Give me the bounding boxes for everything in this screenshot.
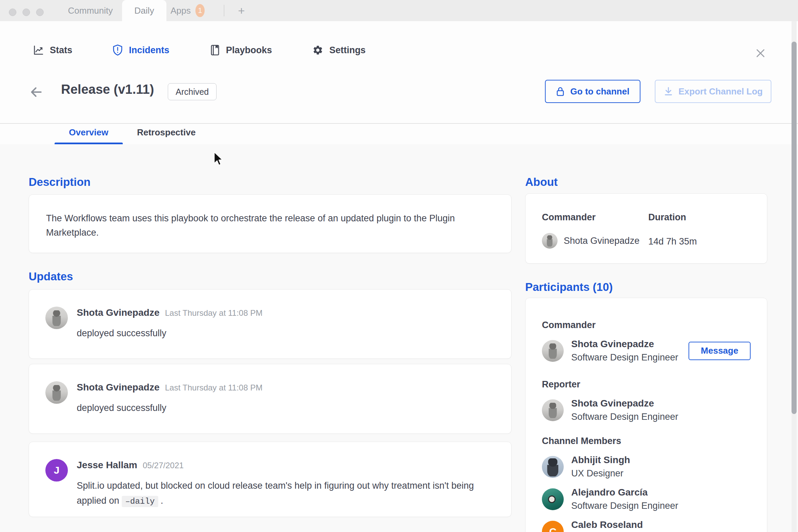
close-icon[interactable] <box>753 46 768 61</box>
commander-label: Commander <box>542 212 648 223</box>
window-close-light[interactable] <box>9 9 16 16</box>
lock-icon <box>556 86 565 97</box>
participant-row: Shota Gvinepadze Software Design Enginee… <box>542 398 751 422</box>
update-message: Split.io updated, but blocked on cloud r… <box>77 478 495 509</box>
update-message-text: . <box>161 496 163 506</box>
avatar: C <box>542 521 564 532</box>
participant-role: Software Design Engineer <box>571 501 751 511</box>
participant-name: Caleb Roseland <box>571 519 751 530</box>
participant-role: UX Designer <box>571 468 751 479</box>
description-heading: Description <box>29 176 91 189</box>
participants-commander-label: Commander <box>542 320 751 330</box>
nav-item-playbooks[interactable]: Playbooks <box>210 44 272 56</box>
channel-members-label: Channel Members <box>542 436 751 446</box>
nav-item-settings[interactable]: Settings <box>312 45 366 56</box>
update-timestamp: Last Thursday at 11:08 PM <box>165 308 263 318</box>
participant-row: Shota Gvinepadze Software Design Enginee… <box>542 339 751 363</box>
update-author: Shota Gvinepadze <box>77 307 160 318</box>
main-nav: Stats Incidents <box>33 44 366 56</box>
nav-playbooks-label: Playbooks <box>226 45 272 56</box>
participant-name: Alejandro García <box>571 487 751 498</box>
window-tab-bar: Community Daily Apps 1 + <box>0 0 798 21</box>
message-button[interactable]: Message <box>689 342 751 360</box>
tab-community[interactable]: Community <box>66 0 114 21</box>
update-message: deployed successfully <box>77 400 263 415</box>
participants-card: Commander Shota Gvinepadze Software Desi… <box>525 298 767 532</box>
nav-settings-label: Settings <box>329 45 366 56</box>
participant-role: Software Design Engineer <box>571 352 681 363</box>
page-title: Release (v1.11) <box>61 82 154 97</box>
status-badge: Archived <box>168 83 217 100</box>
participant-name: Shota Gvinepadze <box>571 398 751 409</box>
participant-name: Abhijit Singh <box>571 455 751 466</box>
avatar <box>542 456 564 478</box>
update-message: deployed successfully <box>77 326 263 341</box>
book-icon <box>210 44 220 56</box>
go-to-channel-button[interactable]: Go to channel <box>545 80 640 103</box>
shield-alert-icon <box>113 44 123 56</box>
description-text: The Workflows team uses this playbook to… <box>46 211 469 240</box>
gear-icon <box>312 45 323 56</box>
avatar <box>542 233 558 249</box>
avatar <box>542 340 564 362</box>
description-card: The Workflows team uses this playbook to… <box>29 194 512 253</box>
overview-content: Description The Workflows team uses this… <box>0 144 798 532</box>
participants-reporter-label: Reporter <box>542 379 751 390</box>
view-tabs: Overview Retrospective <box>55 118 210 144</box>
window-minimize-light[interactable] <box>23 9 30 16</box>
update-author: Shota Gvinepadze <box>77 382 160 393</box>
about-heading: About <box>525 176 558 189</box>
update-card: J Jesse Hallam 05/27/2021 Split.io updat… <box>29 442 512 517</box>
header: Stats Incidents <box>0 21 798 144</box>
header-divider <box>0 123 798 124</box>
nav-item-incidents[interactable]: Incidents <box>113 44 169 56</box>
title-row: Release (v1.11) Archived Go to channel <box>0 80 798 104</box>
tab-apps[interactable]: Apps 1 <box>171 0 205 21</box>
avatar <box>45 381 68 404</box>
export-channel-log-button[interactable]: Export Channel Log <box>655 80 771 103</box>
apps-count-badge: 1 <box>195 4 205 17</box>
duration-label: Duration <box>648 212 697 223</box>
participant-row: C Caleb Roseland Software Design Enginee… <box>542 519 751 532</box>
avatar: J <box>45 459 68 482</box>
update-card: Shota Gvinepadze Last Thursday at 11:08 … <box>29 289 512 359</box>
back-arrow-icon[interactable] <box>29 85 44 100</box>
update-timestamp: 05/27/2021 <box>143 461 183 470</box>
participant-row: Alejandro García Software Design Enginee… <box>542 487 751 511</box>
nav-stats-label: Stats <box>50 45 72 56</box>
new-tab-button[interactable]: + <box>233 0 250 21</box>
tab-divider <box>224 5 224 16</box>
scrollbar-thumb[interactable] <box>792 42 797 414</box>
update-timestamp: Last Thursday at 11:08 PM <box>165 383 263 393</box>
duration-value: 14d 7h 35m <box>648 236 697 247</box>
mouse-cursor <box>213 151 224 167</box>
window-zoom-light[interactable] <box>36 9 44 16</box>
participant-role: Software Design Engineer <box>571 412 751 422</box>
avatar <box>45 307 68 329</box>
export-channel-log-label: Export Channel Log <box>679 86 763 97</box>
about-card: Commander Shota Gvinepadze Duration 14d … <box>525 193 767 264</box>
nav-incidents-label: Incidents <box>129 45 169 56</box>
nav-item-stats[interactable]: Stats <box>33 45 72 56</box>
update-author: Jesse Hallam <box>77 460 137 471</box>
avatar <box>542 399 564 421</box>
commander-name: Shota Gvinepadze <box>564 236 639 246</box>
tab-apps-label: Apps <box>171 5 191 16</box>
download-icon <box>664 86 673 97</box>
incident-overview-window: Community Daily Apps 1 + Stats <box>0 0 798 532</box>
window-controls[interactable] <box>9 9 44 16</box>
participants-heading: Participants (10) <box>525 281 613 294</box>
tab-retrospective[interactable]: Retrospective <box>123 118 210 144</box>
go-to-channel-label: Go to channel <box>570 86 629 97</box>
participant-name: Shota Gvinepadze <box>571 339 681 350</box>
participant-row: Abhijit Singh UX Designer <box>542 455 751 479</box>
inline-code: –daily <box>122 496 158 507</box>
tab-overview[interactable]: Overview <box>55 118 123 144</box>
updates-heading: Updates <box>29 270 73 283</box>
chart-line-icon <box>33 45 44 56</box>
update-card: Shota Gvinepadze Last Thursday at 11:08 … <box>29 364 512 434</box>
tab-daily[interactable]: Daily <box>122 0 166 21</box>
avatar <box>542 488 564 510</box>
